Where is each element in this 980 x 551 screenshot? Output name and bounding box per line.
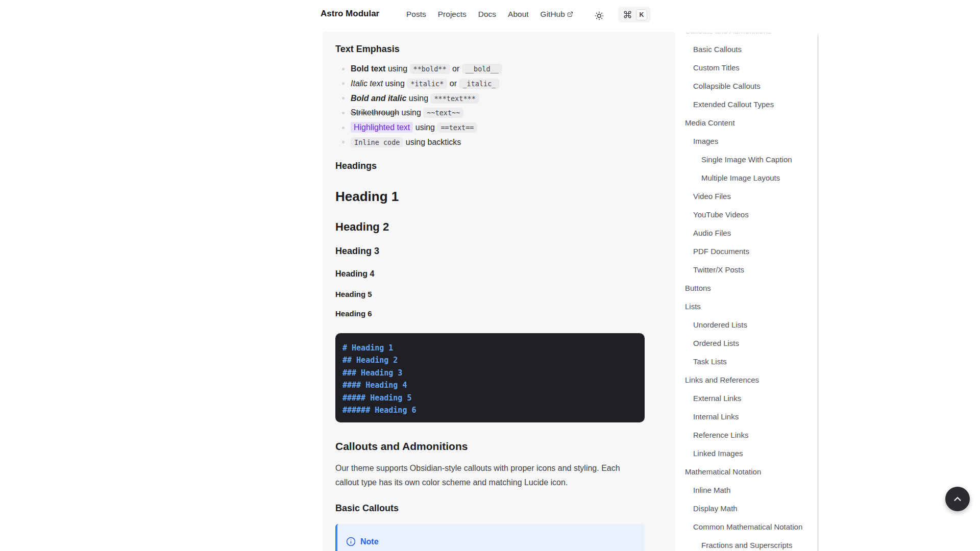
toc-item[interactable]: Common Mathematical Notation (675, 517, 819, 536)
theme-toggle-button[interactable] (591, 7, 608, 24)
list-item: Highlighted text using ==text== (335, 120, 647, 135)
section-heading-headings: Headings (335, 161, 377, 171)
chevron-up-icon (952, 493, 963, 505)
code-chip: ==text== (437, 122, 477, 133)
toc-item[interactable]: Extended Callout Types (675, 95, 819, 113)
info-icon (346, 537, 356, 546)
main-nav: Posts Projects Docs About GitHub (406, 10, 573, 19)
callouts-paragraph: Our theme supports Obsidian-style callou… (335, 461, 642, 489)
section-heading-text-emphasis: Text Emphasis (335, 44, 400, 55)
section-heading-basic-callouts: Basic Callouts (335, 503, 399, 514)
strikethrough-sample: Strikethrough (351, 108, 399, 117)
site-brand[interactable]: Astro Modular (321, 9, 379, 19)
toc-item[interactable]: Linked Images (675, 444, 819, 462)
toc-item[interactable]: Unordered Lists (675, 315, 819, 334)
bold-italic-sample: Bold and italic (351, 94, 406, 103)
nav-docs[interactable]: Docs (478, 10, 496, 19)
list-item: Strikethrough using ~~text~~ (335, 106, 647, 120)
command-icon (623, 10, 632, 19)
code-chip: _italic_ (459, 79, 499, 89)
list-item-text: using (383, 79, 407, 88)
demo-heading-6: Heading 6 (335, 309, 372, 318)
inline-code-sample: Inline code (351, 137, 403, 147)
toc-item[interactable]: Task Lists (675, 352, 819, 370)
demo-heading-4: Heading 4 (335, 269, 374, 279)
markdown-code-block: # Heading 1 ## Heading 2 ### Heading 3 #… (335, 333, 645, 422)
note-callout-title: Note (360, 537, 379, 546)
list-item-text: or (450, 64, 462, 73)
code-chip: __bold__ (462, 64, 502, 74)
toc-item[interactable]: Basic Callouts (675, 40, 819, 58)
toc-item[interactable]: Inline Math (675, 481, 819, 499)
code-chip: **bold** (410, 64, 450, 74)
nav-github-label: GitHub (541, 10, 565, 19)
toc-item[interactable]: Buttons (675, 279, 819, 297)
nav-github[interactable]: GitHub (541, 10, 573, 19)
highlight-sample: Highlighted text (351, 122, 413, 133)
list-item-text: using (399, 108, 423, 117)
note-callout-header: Note (337, 524, 645, 546)
section-heading-callouts: Callouts and Admonitions (335, 440, 468, 453)
list-item-text: or (447, 79, 459, 88)
toc-item[interactable]: Media Content (675, 113, 819, 132)
toc-item[interactable]: External Links (675, 389, 819, 407)
list-item: Italic text using *italic* or _italic_ (335, 77, 647, 91)
demo-heading-5: Heading 5 (335, 290, 372, 298)
list-item: Bold text using **bold** or __bold__ (335, 62, 647, 77)
demo-heading-2: Heading 2 (335, 220, 389, 234)
command-palette-key: K (636, 9, 647, 20)
sun-icon (594, 11, 604, 21)
list-item: Inline code using backticks (335, 135, 647, 150)
toc-item[interactable]: Callouts and Admonitions (675, 32, 819, 40)
toc-item[interactable]: Fractions and Superscripts (675, 536, 819, 551)
external-link-icon (567, 11, 573, 17)
table-of-contents: Callouts and AdmonitionsBasic CalloutsCu… (675, 32, 819, 551)
toc-item[interactable]: Video Files (675, 187, 819, 205)
list-item-text: using (406, 94, 430, 103)
toc-item[interactable]: Ordered Lists (675, 334, 819, 352)
list-item-text: using (385, 64, 409, 73)
toc-item[interactable]: PDF Documents (675, 242, 819, 260)
demo-heading-1: Heading 1 (335, 189, 399, 205)
toc-item[interactable]: Audio Files (675, 223, 819, 242)
nav-about[interactable]: About (508, 10, 529, 19)
toc-item[interactable]: Images (675, 132, 819, 150)
note-callout: Note (335, 524, 645, 551)
scroll-to-top-button[interactable] (945, 487, 970, 511)
toc-item[interactable]: YouTube Videos (675, 205, 819, 223)
code-chip: ~~text~~ (423, 108, 463, 118)
toc-item[interactable]: Mathematical Notation (675, 462, 819, 481)
toc-item[interactable]: Collapsible Callouts (675, 77, 819, 95)
list-item-text: using (413, 123, 437, 132)
bold-sample: Bold text (351, 64, 385, 73)
toc-list: Callouts and AdmonitionsBasic CalloutsCu… (675, 32, 819, 551)
toc-item[interactable]: Custom Titles (675, 58, 819, 77)
toc-item[interactable]: Internal Links (675, 407, 819, 425)
demo-heading-3: Heading 3 (335, 246, 379, 257)
command-palette-button[interactable]: K (618, 7, 651, 22)
site-header: Astro Modular Posts Projects Docs About … (0, 0, 980, 32)
toc-scrollbar[interactable] (817, 32, 819, 551)
toc-item[interactable]: Twitter/X Posts (675, 260, 819, 279)
toc-item[interactable]: Links and References (675, 370, 819, 389)
list-item-text: using backticks (403, 138, 461, 146)
toc-item[interactable]: Display Math (675, 499, 819, 517)
toc-item[interactable]: Single Image With Caption (675, 150, 819, 168)
nav-posts[interactable]: Posts (406, 10, 426, 19)
toc-item[interactable]: Lists (675, 297, 819, 315)
list-item: Bold and italic using ***text*** (335, 91, 647, 106)
code-chip: ***text*** (430, 93, 479, 104)
toc-item[interactable]: Reference Links (675, 425, 819, 444)
text-emphasis-list: Bold text using **bold** or __bold__ Ita… (335, 62, 647, 150)
toc-item[interactable]: Multiple Image Layouts (675, 168, 819, 187)
code-chip: *italic* (407, 79, 447, 89)
italic-sample: Italic text (351, 79, 383, 88)
nav-projects[interactable]: Projects (438, 10, 467, 19)
